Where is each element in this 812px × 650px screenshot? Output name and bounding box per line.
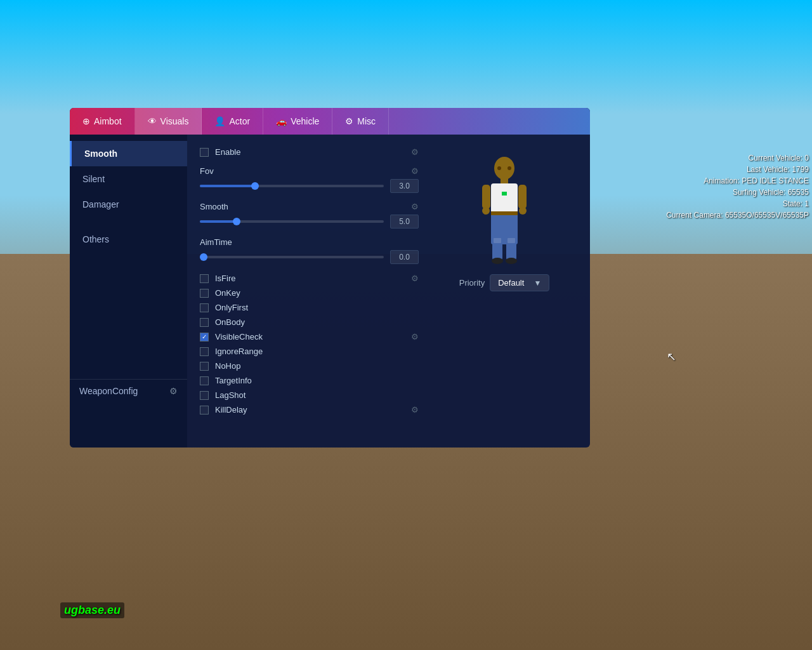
- onkey-checkbox[interactable]: [200, 289, 209, 298]
- svg-rect-5: [518, 185, 527, 209]
- svg-point-13: [506, 258, 517, 264]
- character-svg: [463, 150, 546, 265]
- killdelay-row: KillDelay ⚙: [200, 405, 419, 415]
- smooth-gear-icon[interactable]: ⚙: [411, 202, 419, 211]
- weapon-config-item[interactable]: WeaponConfig ⚙: [70, 379, 187, 402]
- svg-rect-16: [494, 238, 501, 243]
- smooth-value[interactable]: 5.0: [390, 215, 419, 229]
- tab-aimbot[interactable]: ⊕ Aimbot: [70, 108, 135, 135]
- ignorerange-label: IgnoreRange: [215, 347, 263, 356]
- tab-bar: ⊕ Aimbot 👁 Visuals 👤 Actor 🚗 Vehicle ⚙ M…: [70, 108, 590, 135]
- tab-visuals-label: Visuals: [160, 116, 189, 126]
- fov-slider-fill: [200, 185, 255, 187]
- sidebar-item-damager[interactable]: Damager: [70, 192, 187, 217]
- isfire-checkbox[interactable]: [200, 274, 209, 283]
- onkey-label: OnKey: [215, 288, 240, 298]
- svg-rect-2: [491, 183, 518, 214]
- watermark-label: ugbase.eu: [60, 602, 124, 618]
- svg-point-7: [519, 207, 527, 215]
- priority-dropdown[interactable]: Default ▼: [490, 274, 549, 291]
- misc-icon: ⚙: [345, 116, 353, 126]
- svg-point-0: [494, 157, 514, 180]
- tab-vehicle[interactable]: 🚗 Vehicle: [263, 108, 332, 135]
- fov-slider-row: 3.0: [200, 179, 419, 193]
- fov-value[interactable]: 3.0: [390, 179, 419, 193]
- hud-surfing-vehicle: Surfing Vehicle: 65535: [666, 187, 809, 198]
- isfire-gear-icon[interactable]: ⚙: [411, 274, 419, 283]
- smooth-slider-row: 5.0: [200, 215, 419, 229]
- enable-checkbox[interactable]: [200, 148, 209, 157]
- priority-row: Priority Default ▼: [459, 274, 550, 291]
- enable-gear-icon[interactable]: ⚙: [411, 147, 419, 157]
- checkboxes-section: IsFire ⚙ OnKey OnlyFirst: [200, 274, 419, 415]
- fov-slider-thumb[interactable]: [251, 182, 259, 190]
- svg-rect-1: [501, 178, 508, 183]
- character-preview: [454, 147, 555, 268]
- smooth-slider-fill: [200, 220, 237, 223]
- sky-background: [0, 0, 812, 114]
- lagshot-checkbox[interactable]: [200, 391, 209, 400]
- fov-gear-icon[interactable]: ⚙: [411, 166, 419, 176]
- svg-rect-10: [492, 242, 502, 260]
- priority-label: Priority: [459, 278, 485, 288]
- killdelay-checkbox[interactable]: [200, 406, 209, 415]
- tab-vehicle-label: Vehicle: [291, 116, 319, 126]
- main-content: Enable ⚙ Fov ⚙ 3.0: [187, 135, 590, 448]
- isfire-label: IsFire: [215, 274, 236, 283]
- vehicle-icon: 🚗: [276, 116, 287, 126]
- content-area: Smooth Silent Damager Others WeaponConfi…: [70, 135, 590, 448]
- aimbot-icon: ⊕: [82, 116, 90, 126]
- ignorerange-checkbox[interactable]: [200, 347, 209, 356]
- targetinfo-checkbox[interactable]: [200, 376, 209, 385]
- smooth-slider-track[interactable]: [200, 220, 384, 223]
- smooth-slider-thumb[interactable]: [233, 218, 240, 225]
- nohop-checkbox[interactable]: [200, 362, 209, 371]
- svg-rect-17: [508, 238, 515, 243]
- main-panel: ⊕ Aimbot 👁 Visuals 👤 Actor 🚗 Vehicle ⚙ M…: [70, 108, 590, 448]
- preview-column: Priority Default ▼: [431, 147, 577, 435]
- tab-aimbot-label: Aimbot: [94, 116, 122, 126]
- svg-rect-3: [502, 192, 507, 196]
- tab-misc[interactable]: ⚙ Misc: [332, 108, 389, 135]
- smooth-slider-group: Smooth ⚙ 5.0: [200, 202, 419, 229]
- aimtime-slider-group: AimTime 0.0: [200, 237, 419, 264]
- visiblecheck-label: VisibleCheck: [215, 332, 263, 342]
- visiblecheck-row: VisibleCheck ⚙: [200, 332, 419, 342]
- hud-current-camera: Current Camera: 65535O/65535V/65535P: [666, 209, 809, 221]
- visuals-icon: 👁: [148, 116, 157, 126]
- hud-state: State: 1: [666, 198, 809, 209]
- sidebar-item-others[interactable]: Others: [70, 227, 187, 252]
- nohop-row: NoHop: [200, 361, 419, 371]
- visiblecheck-checkbox[interactable]: [200, 333, 209, 342]
- fov-slider-track[interactable]: [200, 185, 384, 187]
- sidebar-item-smooth[interactable]: Smooth: [70, 141, 187, 166]
- smooth-label: Smooth: [200, 202, 228, 211]
- enable-label: Enable: [215, 147, 240, 157]
- hud-current-vehicle: Current Vehicle: 0: [666, 152, 809, 164]
- sidebar-item-silent[interactable]: Silent: [70, 166, 187, 192]
- weapon-config-label: WeaponConfig: [79, 386, 138, 396]
- tab-actor[interactable]: 👤 Actor: [202, 108, 263, 135]
- aimtime-value[interactable]: 0.0: [390, 250, 419, 264]
- targetinfo-label: TargetInfo: [215, 376, 252, 385]
- nohop-label: NoHop: [215, 361, 240, 371]
- onkey-row: OnKey: [200, 288, 419, 298]
- killdelay-gear-icon[interactable]: ⚙: [411, 405, 419, 415]
- svg-point-14: [497, 166, 501, 170]
- ignorerange-row: IgnoreRange: [200, 347, 419, 356]
- aimtime-slider-row: 0.0: [200, 250, 419, 264]
- fov-label: Fov: [200, 166, 214, 176]
- isfire-row: IsFire ⚙: [200, 274, 419, 283]
- aimtime-slider-thumb[interactable]: [200, 253, 207, 261]
- aimtime-label: AimTime: [200, 237, 232, 247]
- hud-info-panel: Current Vehicle: 0 Last Vehicle: 1799 An…: [666, 152, 809, 221]
- onbody-checkbox[interactable]: [200, 318, 209, 327]
- visiblecheck-gear-icon[interactable]: ⚙: [411, 332, 419, 342]
- hud-last-vehicle: Last Vehicle: 1799: [666, 164, 809, 175]
- lagshot-label: LagShot: [215, 390, 246, 400]
- lagshot-row: LagShot: [200, 390, 419, 400]
- aimtime-slider-track[interactable]: [200, 256, 384, 258]
- fov-slider-group: Fov ⚙ 3.0: [200, 166, 419, 193]
- onlyfirst-checkbox[interactable]: [200, 303, 209, 312]
- tab-visuals[interactable]: 👁 Visuals: [135, 108, 202, 135]
